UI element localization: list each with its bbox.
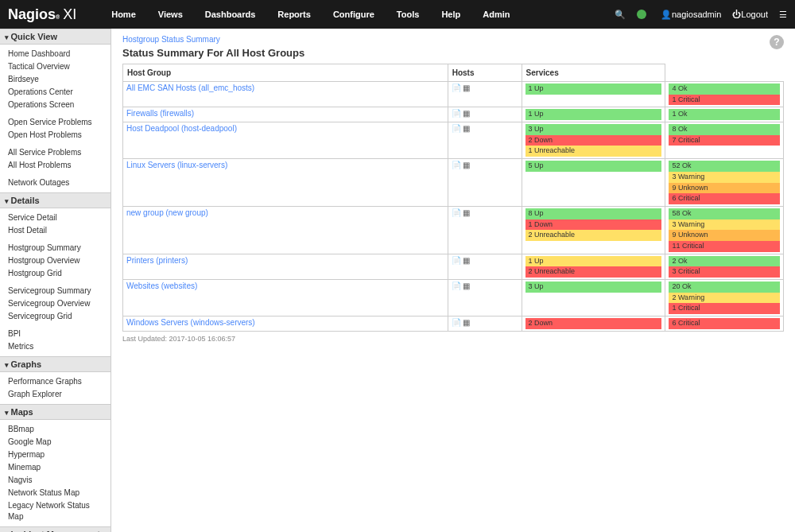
- sidebar-item[interactable]: Service Detail: [0, 212, 111, 224]
- status-badge[interactable]: 3 Warning: [669, 219, 780, 231]
- hostgroup-link[interactable]: Host Deadpool (host-deadpool): [126, 124, 237, 133]
- sidebar-item[interactable]: Operations Center: [0, 86, 111, 99]
- status-badge[interactable]: 11 Critical: [669, 241, 780, 252]
- sidebar-item[interactable]: Network Outages: [0, 177, 111, 189]
- status-badge[interactable]: 7 Critical: [669, 135, 780, 146]
- status-badge[interactable]: 9 Unknown: [669, 230, 780, 241]
- status-badge[interactable]: 52 Ok: [669, 161, 780, 172]
- status-badge[interactable]: 2 Unreachable: [525, 230, 662, 241]
- sidebar-item[interactable]: BBmap: [0, 423, 111, 436]
- sidebar-section[interactable]: Incident Management Latest AlertsAcknowl…: [0, 526, 111, 532]
- hostgroup-link[interactable]: new group (new group): [126, 208, 208, 217]
- hostgroup-link[interactable]: All EMC SAN Hosts (all_emc_hosts): [126, 83, 254, 92]
- hostgroup-link[interactable]: Websites (websites): [126, 282, 197, 290]
- nav-reports[interactable]: Reports: [266, 10, 322, 19]
- logo[interactable]: Nagios®XI: [8, 6, 76, 23]
- hostgroup-icons[interactable]: 📄 ▦: [448, 107, 522, 122]
- status-badge[interactable]: 2 Unreachable: [525, 266, 662, 278]
- sidebar-item[interactable]: Birdseye: [0, 73, 111, 86]
- nav-dashboards[interactable]: Dashboards: [194, 10, 267, 19]
- status-badge[interactable]: 8 Up: [525, 208, 662, 219]
- sidebar-section[interactable]: Quick View Home DashboardTactical Overvi…: [0, 29, 111, 192]
- sidebar-item[interactable]: Nagvis: [0, 474, 111, 487]
- hostgroup-icons[interactable]: 📄 ▦: [448, 280, 522, 316]
- sidebar-section[interactable]: Details Service DetailHost DetailHostgro…: [0, 192, 111, 356]
- status-badge[interactable]: 1 Unreachable: [525, 146, 662, 157]
- status-badge[interactable]: 1 Up: [525, 109, 662, 120]
- sidebar-item[interactable]: Hostgroup Summary: [0, 242, 111, 254]
- nav-home[interactable]: Home: [100, 10, 147, 19]
- sidebar-item[interactable]: Performance Graphs: [0, 375, 111, 388]
- status-badge[interactable]: 1 Ok: [669, 109, 780, 120]
- help-icon[interactable]: ?: [770, 35, 784, 49]
- sidebar-item[interactable]: All Host Problems: [0, 159, 111, 172]
- status-badge[interactable]: 3 Up: [525, 282, 662, 293]
- sidebar-heading[interactable]: Quick View: [0, 29, 111, 45]
- status-badge[interactable]: 8 Ok: [669, 124, 780, 135]
- sidebar-heading[interactable]: Incident Management: [0, 526, 111, 532]
- hamburger-icon[interactable]: ☰: [779, 10, 787, 20]
- status-badge[interactable]: 3 Warning: [669, 172, 780, 183]
- sidebar-item[interactable]: Host Detail: [0, 224, 111, 237]
- search-icon[interactable]: 🔍: [615, 10, 626, 20]
- sidebar-item[interactable]: Graph Explorer: [0, 388, 111, 401]
- status-badge[interactable]: 2 Warning: [669, 293, 780, 304]
- hostgroup-icons[interactable]: 📄 ▦: [448, 254, 522, 279]
- sidebar-item[interactable]: Legacy Network Status Map: [0, 499, 111, 523]
- status-badge[interactable]: 6 Critical: [669, 318, 780, 329]
- status-badge[interactable]: 1 Up: [525, 256, 662, 267]
- sidebar-item[interactable]: Minemap: [0, 461, 111, 474]
- hostgroup-link[interactable]: Linux Servers (linux-servers): [126, 161, 227, 169]
- status-ok-icon[interactable]: [637, 10, 650, 19]
- hostgroup-link[interactable]: Printers (printers): [126, 256, 188, 265]
- sidebar-item[interactable]: Open Service Problems: [0, 116, 111, 129]
- nav-views[interactable]: Views: [147, 10, 194, 19]
- nav-admin[interactable]: Admin: [471, 10, 521, 19]
- nav-tools[interactable]: Tools: [386, 10, 431, 19]
- status-badge[interactable]: 3 Up: [525, 124, 662, 135]
- sidebar-item[interactable]: Tactical Overview: [0, 60, 111, 73]
- hostgroup-icons[interactable]: 📄 ▦: [448, 82, 522, 107]
- hostgroup-link[interactable]: Windows Servers (windows-servers): [126, 318, 255, 327]
- hostgroup-link[interactable]: Firewalls (firewalls): [126, 109, 194, 118]
- hostgroup-icons[interactable]: 📄 ▦: [448, 159, 522, 207]
- status-badge[interactable]: 20 Ok: [669, 282, 780, 293]
- sidebar-section[interactable]: Graphs Performance GraphsGraph Explorer: [0, 356, 111, 404]
- sidebar-heading[interactable]: Details: [0, 192, 111, 208]
- hostgroup-icons[interactable]: 📄 ▦: [448, 122, 522, 159]
- sidebar-item[interactable]: Servicegroup Grid: [0, 310, 111, 323]
- status-badge[interactable]: 2 Ok: [669, 256, 780, 267]
- status-badge[interactable]: 5 Up: [525, 161, 662, 172]
- hostgroup-icons[interactable]: 📄 ▦: [448, 316, 522, 332]
- sidebar-item[interactable]: Servicegroup Summary: [0, 285, 111, 297]
- sidebar-heading[interactable]: Graphs: [0, 356, 111, 372]
- sidebar-item[interactable]: All Service Problems: [0, 146, 111, 159]
- sidebar-item[interactable]: Metrics: [0, 340, 111, 353]
- sidebar-item[interactable]: BPI: [0, 328, 111, 340]
- status-badge[interactable]: 9 Unknown: [669, 183, 780, 194]
- status-badge[interactable]: 1 Critical: [669, 303, 780, 314]
- hostgroup-icons[interactable]: 📄 ▦: [448, 206, 522, 254]
- user-menu[interactable]: 👤 nagiosadmin: [661, 10, 721, 20]
- status-badge[interactable]: 58 Ok: [669, 208, 780, 219]
- status-badge[interactable]: 1 Down: [525, 219, 662, 231]
- status-badge[interactable]: 4 Ok: [669, 83, 780, 95]
- status-badge[interactable]: 1 Up: [525, 83, 662, 95]
- status-badge[interactable]: 3 Critical: [669, 266, 780, 278]
- sidebar-item[interactable]: Hostgroup Grid: [0, 267, 111, 280]
- status-badge[interactable]: 2 Down: [525, 318, 662, 329]
- nav-configure[interactable]: Configure: [322, 10, 386, 19]
- status-badge[interactable]: 2 Down: [525, 135, 662, 146]
- sidebar-item[interactable]: Google Map: [0, 436, 111, 449]
- status-badge[interactable]: 1 Critical: [669, 95, 780, 106]
- sidebar-item[interactable]: Servicegroup Overview: [0, 297, 111, 310]
- logout-link[interactable]: ⏻ Logout: [732, 10, 768, 19]
- sidebar-item[interactable]: Hypermap: [0, 449, 111, 461]
- sidebar-item[interactable]: Home Dashboard: [0, 48, 111, 60]
- status-badge[interactable]: 6 Critical: [669, 193, 780, 204]
- sidebar-item[interactable]: Network Status Map: [0, 487, 111, 499]
- sidebar-item[interactable]: Open Host Problems: [0, 129, 111, 142]
- sidebar-item[interactable]: Operations Screen: [0, 99, 111, 111]
- nav-help[interactable]: Help: [430, 10, 471, 19]
- sidebar-heading[interactable]: Maps: [0, 404, 111, 420]
